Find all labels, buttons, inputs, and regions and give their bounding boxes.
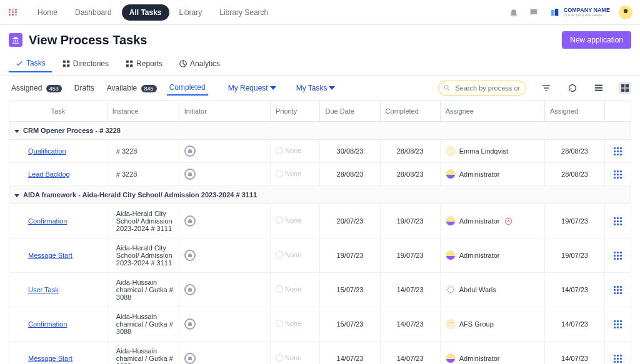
row-actions-icon[interactable] [614, 147, 622, 155]
filter-available[interactable]: Available 845 [104, 82, 159, 94]
completed-date: 19/07/23 [380, 204, 440, 239]
chevron-down-icon [270, 86, 276, 90]
chevron-down-icon [329, 86, 335, 90]
nav-dashboard[interactable]: Dashboard [68, 4, 119, 21]
new-application-button[interactable]: New application [562, 31, 631, 49]
task-link[interactable]: Lead Backlog [28, 170, 70, 178]
assignee-cell: Administrator [446, 353, 539, 363]
refresh-icon[interactable] [566, 82, 579, 94]
nav-home[interactable]: Home [30, 4, 65, 21]
task-link[interactable]: Qualification [28, 147, 66, 155]
task-link[interactable]: Confirmation [28, 217, 67, 225]
tab-analytics[interactable]: Analytics [172, 55, 226, 72]
due-date: 19/07/23 [320, 239, 380, 273]
due-date: 28/08/23 [320, 163, 380, 186]
app-logo [8, 7, 19, 18]
instance-cell: Aida-Herald City School/ Admission 2023-… [107, 239, 179, 273]
filter-assigned[interactable]: Assigned 453 [9, 82, 64, 94]
group-row[interactable]: CRM Opener Process - # 3228 [9, 122, 631, 140]
col-priority[interactable]: Priority [271, 101, 320, 122]
row-actions-icon[interactable] [614, 320, 622, 328]
instance-cell: Aida-Herald City School/ Admission 2023-… [107, 204, 179, 239]
col-instance[interactable]: Instance [107, 101, 179, 122]
nav-library[interactable]: Library [172, 4, 210, 21]
svg-rect-12 [626, 84, 629, 87]
assigned-date: 28/08/23 [544, 140, 604, 163]
top-nav: Home Dashboard All Tasks Library Library… [0, 0, 640, 25]
col-action [605, 101, 631, 122]
due-date: 14/07/23 [320, 342, 380, 365]
task-link[interactable]: Confirmation [28, 320, 67, 328]
svg-rect-13 [621, 89, 624, 92]
list-view-icon[interactable] [592, 82, 605, 94]
group-row[interactable]: AIDA framework - Aida-Herald City School… [9, 186, 631, 204]
initiator-icon [184, 250, 196, 261]
sub-nav: Tasks Directories Reports Analytics [0, 52, 640, 76]
task-link[interactable]: User Task [28, 286, 59, 293]
due-date: 30/08/23 [320, 140, 380, 163]
tab-directories[interactable]: Directories [56, 55, 115, 72]
page-icon [9, 33, 22, 47]
assignee-cell: Administrator⋏ [446, 216, 539, 226]
assignee-avatar [446, 285, 456, 295]
priority-value: None [276, 285, 301, 293]
filter-my-request[interactable]: My Request [228, 84, 276, 92]
grid-view-icon[interactable] [619, 82, 631, 94]
row-actions-icon[interactable] [614, 252, 622, 260]
svg-rect-11 [621, 84, 624, 87]
nav-all-tasks[interactable]: All Tasks [122, 4, 169, 21]
instance-cell: Aida-Hussain chamical / Gutka # 3088 [107, 307, 179, 342]
table-row: Qualification# 3228None30/08/2328/08/23E… [9, 140, 631, 163]
filter-my-tasks[interactable]: My Tasks [296, 84, 336, 92]
completed-date: 14/07/23 [380, 307, 440, 342]
initiator-icon [184, 353, 196, 364]
task-link[interactable]: Message Start [28, 252, 72, 259]
filter-drafts[interactable]: Drafts [72, 82, 97, 94]
tab-tasks[interactable]: Tasks [9, 55, 52, 72]
company-name: COMPANY NAME [564, 7, 610, 13]
col-initiator[interactable]: Initiator [179, 101, 270, 122]
priority-value: None [276, 320, 301, 327]
company-badge[interactable]: COMPANY NAME YOUR TAGLINE HERE [550, 7, 610, 17]
assigned-date: 14/07/23 [544, 307, 604, 342]
filter-completed[interactable]: Completed [167, 81, 208, 96]
company-tagline: YOUR TAGLINE HERE [564, 13, 610, 17]
svg-rect-1 [555, 9, 558, 16]
completed-date: 19/07/23 [380, 239, 440, 273]
tab-reports[interactable]: Reports [119, 55, 169, 72]
table-header-row: Task Instance Initiator Priority Due Dat… [9, 101, 631, 122]
row-actions-icon[interactable] [614, 217, 622, 225]
filter-icon[interactable] [540, 82, 552, 94]
table-row: Message StartAida-Hussain chamical / Gut… [9, 342, 631, 365]
task-link[interactable]: Message Start [28, 355, 72, 362]
instance-cell: # 3228 [107, 163, 179, 186]
initiator-icon [184, 215, 196, 227]
user-avatar[interactable] [619, 6, 632, 19]
tab-directories-label: Directories [73, 59, 109, 68]
initiator-icon [184, 169, 196, 180]
col-task[interactable]: Task [9, 101, 108, 122]
messages-icon[interactable] [526, 5, 541, 20]
col-assigned[interactable]: Assigned [544, 101, 604, 122]
initiator-icon [184, 284, 196, 295]
page-header: View Process Tasks New application [0, 25, 640, 52]
table-row: Message StartAida-Herald City School/ Ad… [9, 239, 631, 273]
svg-rect-8 [595, 85, 602, 86]
search-icon [443, 84, 451, 92]
row-actions-icon[interactable] [614, 286, 622, 294]
priority-value: None [276, 147, 301, 154]
assigned-date: 14/07/23 [544, 342, 604, 365]
notifications-icon[interactable] [506, 5, 521, 20]
tab-reports-label: Reports [136, 59, 162, 68]
col-due[interactable]: Due Date [320, 101, 380, 122]
completed-date: 14/07/23 [380, 273, 440, 307]
col-assignee[interactable]: Assignee [440, 101, 544, 122]
col-completed[interactable]: Completed [380, 101, 440, 122]
priority-value: None [276, 251, 301, 258]
svg-rect-9 [595, 87, 602, 89]
assignee-cell: AFS Group [446, 319, 539, 329]
row-actions-icon[interactable] [614, 170, 622, 179]
row-actions-icon[interactable] [614, 355, 622, 363]
search-input[interactable] [438, 81, 526, 96]
nav-library-search[interactable]: Library Search [212, 4, 276, 21]
